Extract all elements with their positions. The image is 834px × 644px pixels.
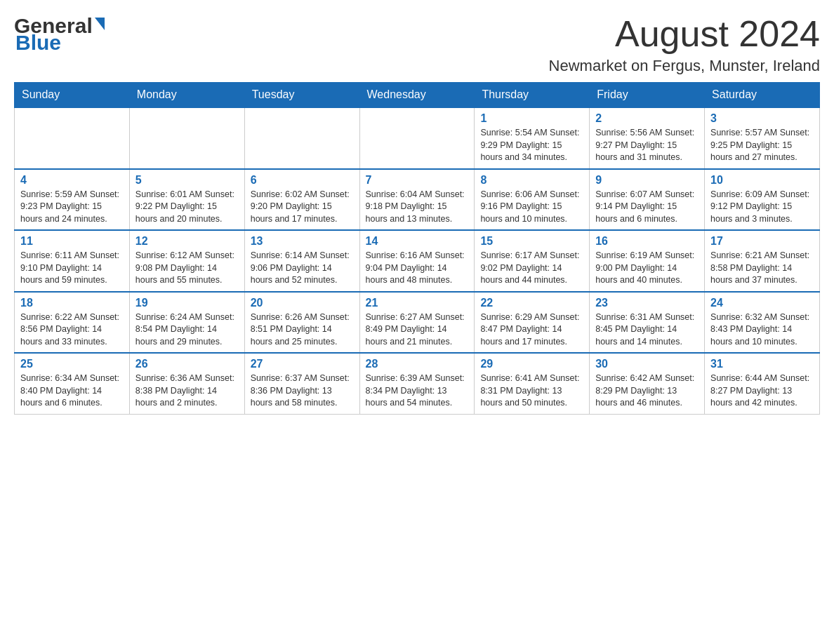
- column-header-monday: Monday: [129, 83, 244, 108]
- day-info: Sunrise: 6:09 AM Sunset: 9:12 PM Dayligh…: [710, 189, 814, 226]
- day-number: 19: [135, 297, 239, 309]
- calendar-cell: 22Sunrise: 6:29 AM Sunset: 8:47 PM Dayli…: [475, 292, 590, 354]
- day-number: 30: [595, 358, 699, 370]
- day-number: 25: [20, 358, 124, 370]
- logo-blue-text: Blue: [15, 31, 61, 55]
- day-info: Sunrise: 6:14 AM Sunset: 9:06 PM Dayligh…: [251, 250, 354, 287]
- day-number: 10: [710, 174, 814, 187]
- day-info: Sunrise: 6:37 AM Sunset: 8:36 PM Dayligh…: [251, 373, 354, 410]
- day-number: 31: [710, 358, 814, 370]
- day-info: Sunrise: 6:27 AM Sunset: 8:49 PM Dayligh…: [366, 311, 469, 349]
- calendar-cell: 1Sunrise: 5:54 AM Sunset: 9:29 PM Daylig…: [475, 107, 590, 169]
- calendar-cell: 16Sunrise: 6:19 AM Sunset: 9:00 PM Dayli…: [590, 230, 705, 292]
- day-info: Sunrise: 6:26 AM Sunset: 8:51 PM Dayligh…: [251, 311, 354, 349]
- day-info: Sunrise: 5:54 AM Sunset: 9:29 PM Dayligh…: [480, 127, 583, 164]
- day-info: Sunrise: 6:41 AM Sunset: 8:31 PM Dayligh…: [480, 373, 583, 410]
- calendar-cell: 28Sunrise: 6:39 AM Sunset: 8:34 PM Dayli…: [359, 353, 475, 414]
- day-number: 12: [135, 235, 239, 248]
- day-info: Sunrise: 6:21 AM Sunset: 8:58 PM Dayligh…: [710, 250, 814, 287]
- column-header-sunday: Sunday: [15, 83, 130, 108]
- day-info: Sunrise: 6:11 AM Sunset: 9:10 PM Dayligh…: [20, 250, 124, 287]
- calendar-cell: [129, 107, 244, 169]
- logo: General Blue: [14, 14, 105, 55]
- day-number: 17: [710, 235, 814, 248]
- calendar-cell: 23Sunrise: 6:31 AM Sunset: 8:45 PM Dayli…: [590, 292, 705, 354]
- day-number: 22: [480, 297, 583, 309]
- week-row-5: 25Sunrise: 6:34 AM Sunset: 8:40 PM Dayli…: [15, 353, 820, 414]
- calendar-cell: 30Sunrise: 6:42 AM Sunset: 8:29 PM Dayli…: [590, 353, 705, 414]
- calendar-cell: 2Sunrise: 5:56 AM Sunset: 9:27 PM Daylig…: [590, 107, 705, 169]
- calendar-cell: 21Sunrise: 6:27 AM Sunset: 8:49 PM Dayli…: [359, 292, 475, 354]
- calendar-cell: 24Sunrise: 6:32 AM Sunset: 8:43 PM Dayli…: [705, 292, 820, 354]
- day-info: Sunrise: 6:24 AM Sunset: 8:54 PM Dayligh…: [135, 311, 239, 349]
- day-number: 21: [366, 297, 469, 309]
- day-number: 14: [366, 235, 469, 248]
- column-header-thursday: Thursday: [475, 83, 590, 108]
- day-number: 29: [480, 358, 583, 370]
- calendar-cell: 17Sunrise: 6:21 AM Sunset: 8:58 PM Dayli…: [705, 230, 820, 292]
- calendar-cell: 29Sunrise: 6:41 AM Sunset: 8:31 PM Dayli…: [475, 353, 590, 414]
- day-number: 13: [251, 235, 354, 248]
- calendar-cell: [15, 107, 130, 169]
- day-number: 24: [710, 297, 814, 309]
- title-area: August 2024 Newmarket on Fergus, Munster…: [549, 14, 820, 75]
- calendar-cell: 3Sunrise: 5:57 AM Sunset: 9:25 PM Daylig…: [705, 107, 820, 169]
- calendar-cell: 5Sunrise: 6:01 AM Sunset: 9:22 PM Daylig…: [129, 169, 244, 231]
- day-info: Sunrise: 6:17 AM Sunset: 9:02 PM Dayligh…: [480, 250, 583, 287]
- day-number: 18: [20, 297, 124, 309]
- day-number: 26: [135, 358, 239, 370]
- calendar-cell: 18Sunrise: 6:22 AM Sunset: 8:56 PM Dayli…: [15, 292, 130, 354]
- calendar-cell: [244, 107, 359, 169]
- week-row-3: 11Sunrise: 6:11 AM Sunset: 9:10 PM Dayli…: [15, 230, 820, 292]
- day-info: Sunrise: 6:42 AM Sunset: 8:29 PM Dayligh…: [595, 373, 699, 410]
- day-number: 11: [20, 235, 124, 248]
- calendar-cell: 20Sunrise: 6:26 AM Sunset: 8:51 PM Dayli…: [244, 292, 359, 354]
- day-number: 27: [251, 358, 354, 370]
- calendar-cell: 15Sunrise: 6:17 AM Sunset: 9:02 PM Dayli…: [475, 230, 590, 292]
- day-info: Sunrise: 6:44 AM Sunset: 8:27 PM Dayligh…: [710, 373, 814, 410]
- day-number: 23: [595, 297, 699, 309]
- day-info: Sunrise: 6:04 AM Sunset: 9:18 PM Dayligh…: [366, 189, 469, 226]
- day-info: Sunrise: 6:16 AM Sunset: 9:04 PM Dayligh…: [366, 250, 469, 287]
- week-row-2: 4Sunrise: 5:59 AM Sunset: 9:23 PM Daylig…: [15, 169, 820, 231]
- calendar-cell: 14Sunrise: 6:16 AM Sunset: 9:04 PM Dayli…: [359, 230, 475, 292]
- day-info: Sunrise: 6:06 AM Sunset: 9:16 PM Dayligh…: [480, 189, 583, 226]
- day-number: 1: [480, 112, 583, 125]
- calendar-cell: 26Sunrise: 6:36 AM Sunset: 8:38 PM Dayli…: [129, 353, 244, 414]
- week-row-1: 1Sunrise: 5:54 AM Sunset: 9:29 PM Daylig…: [15, 107, 820, 169]
- page-header: General Blue August 2024 Newmarket on Fe…: [14, 14, 820, 75]
- logo-arrow-icon: [95, 18, 105, 30]
- calendar-cell: 31Sunrise: 6:44 AM Sunset: 8:27 PM Dayli…: [705, 353, 820, 414]
- column-header-wednesday: Wednesday: [359, 83, 475, 108]
- calendar-cell: 27Sunrise: 6:37 AM Sunset: 8:36 PM Dayli…: [244, 353, 359, 414]
- day-info: Sunrise: 6:31 AM Sunset: 8:45 PM Dayligh…: [595, 311, 699, 349]
- day-info: Sunrise: 6:12 AM Sunset: 9:08 PM Dayligh…: [135, 250, 239, 287]
- day-info: Sunrise: 6:39 AM Sunset: 8:34 PM Dayligh…: [366, 373, 469, 410]
- day-info: Sunrise: 6:29 AM Sunset: 8:47 PM Dayligh…: [480, 311, 583, 349]
- calendar-cell: 10Sunrise: 6:09 AM Sunset: 9:12 PM Dayli…: [705, 169, 820, 231]
- calendar-cell: 25Sunrise: 6:34 AM Sunset: 8:40 PM Dayli…: [15, 353, 130, 414]
- calendar-cell: 11Sunrise: 6:11 AM Sunset: 9:10 PM Dayli…: [15, 230, 130, 292]
- calendar-cell: 4Sunrise: 5:59 AM Sunset: 9:23 PM Daylig…: [15, 169, 130, 231]
- column-header-friday: Friday: [590, 83, 705, 108]
- day-number: 4: [20, 174, 124, 187]
- calendar-cell: 8Sunrise: 6:06 AM Sunset: 9:16 PM Daylig…: [475, 169, 590, 231]
- day-number: 7: [366, 174, 469, 187]
- day-info: Sunrise: 6:22 AM Sunset: 8:56 PM Dayligh…: [20, 311, 124, 349]
- day-number: 3: [710, 112, 814, 125]
- day-info: Sunrise: 6:36 AM Sunset: 8:38 PM Dayligh…: [135, 373, 239, 410]
- calendar-cell: 12Sunrise: 6:12 AM Sunset: 9:08 PM Dayli…: [129, 230, 244, 292]
- column-header-tuesday: Tuesday: [244, 83, 359, 108]
- day-info: Sunrise: 6:01 AM Sunset: 9:22 PM Dayligh…: [135, 189, 239, 226]
- calendar-table: SundayMondayTuesdayWednesdayThursdayFrid…: [14, 82, 820, 415]
- day-number: 16: [595, 235, 699, 248]
- day-number: 9: [595, 174, 699, 187]
- day-info: Sunrise: 6:34 AM Sunset: 8:40 PM Dayligh…: [20, 373, 124, 410]
- calendar-header-row: SundayMondayTuesdayWednesdayThursdayFrid…: [15, 83, 820, 108]
- day-info: Sunrise: 6:32 AM Sunset: 8:43 PM Dayligh…: [710, 311, 814, 349]
- day-info: Sunrise: 5:56 AM Sunset: 9:27 PM Dayligh…: [595, 127, 699, 164]
- day-info: Sunrise: 5:57 AM Sunset: 9:25 PM Dayligh…: [710, 127, 814, 164]
- calendar-cell: 13Sunrise: 6:14 AM Sunset: 9:06 PM Dayli…: [244, 230, 359, 292]
- location-title: Newmarket on Fergus, Munster, Ireland: [549, 57, 820, 75]
- day-number: 20: [251, 297, 354, 309]
